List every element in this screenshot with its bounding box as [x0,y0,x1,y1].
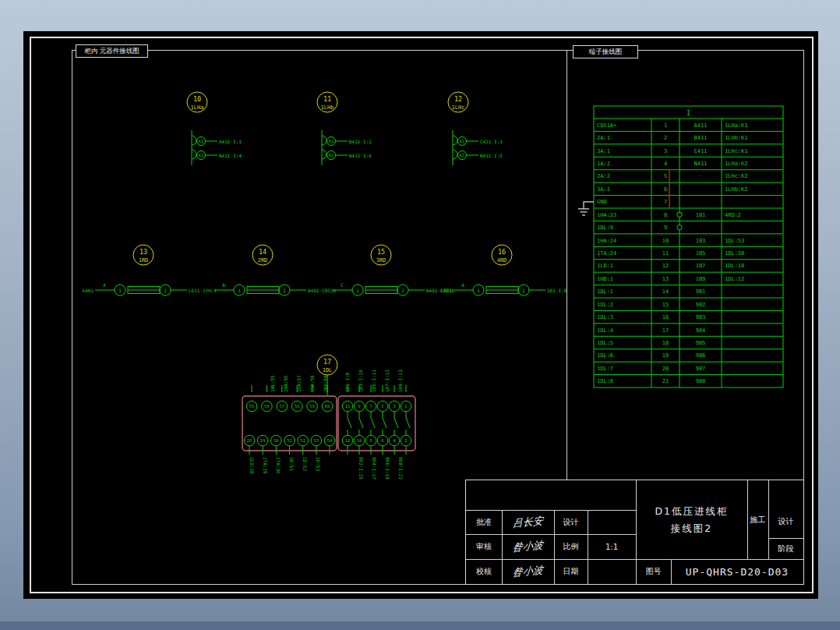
svg-text:101·I:8: 101·I:8 [547,288,567,293]
svg-text:906·I:19: 906·I:19 [385,457,390,480]
svg-text:52: 52 [300,438,305,443]
svg-text:1HL:55: 1HL:55 [270,375,275,392]
svg-text:101: 101 [696,212,706,218]
svg-text:3: 3 [664,148,667,154]
svg-text:1LHa:K1: 1LHa:K1 [725,122,748,129]
svg-text:1DL:2: 1DL:2 [597,302,613,308]
svg-text:2A:1: 2A:1 [597,135,610,141]
svg-text:2: 2 [404,438,407,443]
svg-text:N411·I:6: N411·I:6 [349,153,372,158]
svg-text:5: 5 [664,173,667,179]
svg-text:1DL: 1DL [323,367,333,373]
svg-text:109·I:13: 109·I:13 [397,370,403,392]
fuse-unit-3RD: 153RDC12N402·COS1b [333,245,455,296]
fuse-unit-2RD: 142RDB12B402·COS1b [214,245,337,296]
svg-text:4RD:2: 4RD:2 [725,212,741,218]
svg-text:1A:2: 1A:2 [597,161,610,167]
svg-text:902·I:15: 902·I:15 [358,457,364,480]
svg-text:COS1A>: COS1A> [597,122,616,129]
svg-text:1RD: 1RD [139,257,149,264]
svg-text:13: 13 [662,276,669,282]
fuse-unit-1RD: 131RDA401A12L611·1YH:1 [83,245,217,296]
svg-text:13: 13 [139,248,147,256]
svg-text:1HA:23: 1HA:23 [597,212,616,218]
design-label: 设计 [554,510,588,534]
review-label: 审核 [466,534,502,559]
svg-text:B411: B411 [694,135,708,141]
svg-text:1D:53: 1D:53 [316,457,321,471]
svg-text:C411: C411 [694,148,708,154]
svg-text:17: 17 [323,358,331,366]
svg-text:107: 107 [696,263,706,269]
svg-text:2: 2 [664,135,667,141]
svg-text:1: 1 [664,122,667,129]
svg-text:908: 908 [696,378,706,384]
svg-text:103: 103 [696,238,706,244]
svg-text:1LHa: 1LHa [191,104,204,111]
svg-text:K1: K1 [199,139,203,143]
svg-text:1D:51: 1D:51 [289,457,295,471]
design-value [588,510,636,534]
svg-text:51: 51 [287,438,292,443]
breaker-1DL: 171DL55565758596028293051525354119753112… [242,355,415,480]
svg-text:1DL:5: 1DL:5 [597,340,613,346]
svg-text:60: 60 [325,404,330,409]
svg-text:1LHb:K2: 1LHb:K2 [725,186,748,193]
svg-text:57: 57 [279,404,284,409]
svg-text:10: 10 [357,438,362,443]
svg-text:1DL:6: 1DL:6 [597,352,613,359]
svg-text:I: I [686,110,690,117]
svg-text:1DL:4: 1DL:4 [597,327,613,334]
svg-text:4: 4 [393,438,396,443]
svg-text:105·I:11: 105·I:11 [371,370,376,392]
date-value [588,559,636,584]
svg-text:1LHc: 1LHc [452,104,465,111]
svg-text:B402·COS1b: B402·COS1b [308,288,337,293]
stage-phase-label: 阶段 [768,538,803,559]
svg-text:6: 6 [381,438,383,443]
ct-unit-1LHa: 101LHaK1A411·I:1K2N411·I:4 [187,92,242,165]
svg-text:14: 14 [662,288,669,295]
drawing-title-line1: D1低压进线柜 [655,503,728,519]
svg-text:59: 59 [309,404,315,409]
svg-text:1DL:53: 1DL:53 [725,238,744,244]
svg-text:101·I:8: 101·I:8 [344,372,350,392]
fuse-unit-4RD: 164RDL601A12101·I:8 [441,245,567,296]
svg-text:6: 6 [664,186,667,193]
svg-text:1DL:7: 1DL:7 [597,366,613,372]
svg-text:904·I:17: 904·I:17 [372,457,377,480]
svg-text:A401: A401 [83,288,94,293]
svg-text:K1: K1 [329,139,334,143]
svg-text:1LHb:K1: 1LHb:K1 [725,135,748,141]
stage-construction-label: 施工 [747,480,768,559]
svg-text:2A:2: 2A:2 [597,173,610,179]
svg-text:1TA:30: 1TA:30 [276,457,281,474]
svg-text:N411·I:4: N411·I:4 [219,153,242,158]
ground-symbol [578,202,594,215]
svg-text:8: 8 [664,212,667,218]
svg-text:1LHc:K1: 1LHc:K1 [725,148,748,154]
check-signature: 昝小波 [501,557,556,586]
svg-text:905: 905 [696,340,706,346]
svg-text:30: 30 [274,438,279,443]
svg-text:1: 1 [477,288,480,293]
svg-text:54: 54 [327,438,333,443]
svg-text:2: 2 [283,288,286,293]
cabinet-wiring-section-label: 柜内 元器件接线图 [76,44,148,58]
svg-text:1DL:10: 1DL:10 [725,263,744,269]
svg-text:12: 12 [662,263,669,269]
ct-unit-1LHc: 121LHcK1C411·I:3K2N411·I:5 [448,92,503,165]
scale-value: 1:1 [588,534,636,559]
svg-text:10: 10 [193,95,201,103]
svg-text:K2: K2 [199,153,203,158]
svg-text:1DL:30: 1DL:30 [725,250,744,257]
svg-text:907: 907 [696,366,706,372]
svg-text:18: 18 [662,340,669,346]
scale-label: 比例 [554,534,588,559]
svg-text:N411·I:5: N411·I:5 [480,153,503,158]
svg-text:1LD:28: 1LD:28 [249,457,255,474]
title-block: 批准 吕长安 设计 审核 昝小波 比例 1:1 校核 昝小波 日期 D1低压进线… [465,480,804,585]
svg-text:2: 2 [522,288,525,293]
svg-text:1HA:56: 1HA:56 [283,375,288,392]
terminal-wiring-section-label: 端子接线图 [573,45,638,58]
